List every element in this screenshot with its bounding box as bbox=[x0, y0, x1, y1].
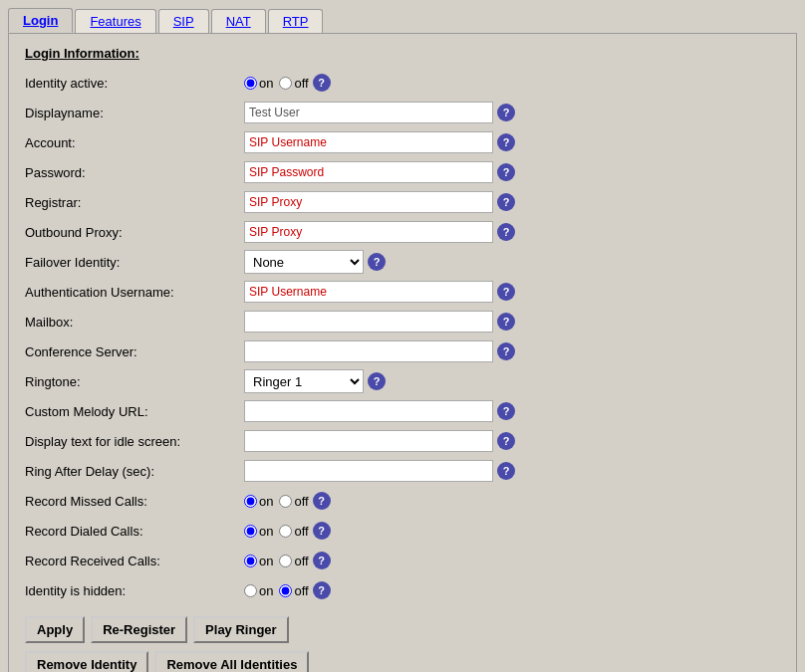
field-control: ? bbox=[244, 221, 780, 243]
radio-label-off[interactable]: off bbox=[279, 583, 308, 598]
apply-button[interactable]: Apply bbox=[25, 616, 85, 643]
text-input[interactable] bbox=[244, 161, 493, 183]
radio-label-off[interactable]: off bbox=[279, 494, 308, 509]
field-control: onoff? bbox=[244, 552, 780, 569]
field-label: Account: bbox=[25, 135, 244, 150]
radio-label-off[interactable]: off bbox=[279, 524, 308, 539]
radio-label-off[interactable]: off bbox=[279, 554, 308, 568]
field-control: Ringer 1Ringer 2Ringer 3? bbox=[244, 369, 780, 393]
radio-label-off[interactable]: off bbox=[279, 76, 308, 91]
help-icon[interactable]: ? bbox=[368, 253, 386, 271]
radio-label-on[interactable]: on bbox=[244, 554, 273, 568]
field-label: Displayname: bbox=[25, 106, 244, 120]
form-row: Failover Identity:None? bbox=[25, 250, 780, 274]
re-register-button[interactable]: Re-Register bbox=[91, 616, 187, 643]
form-row: Custom Melody URL:? bbox=[25, 399, 780, 423]
radio-input-on[interactable] bbox=[244, 495, 257, 508]
form-row: Identity active:onoff? bbox=[25, 71, 780, 95]
help-icon[interactable]: ? bbox=[497, 104, 515, 121]
radio-group: onoff bbox=[244, 554, 309, 568]
tab-rtp[interactable]: RTP bbox=[268, 9, 324, 33]
form-row: Account:? bbox=[25, 130, 780, 154]
remove-identity-button[interactable]: Remove Identity bbox=[25, 651, 148, 672]
text-input[interactable] bbox=[244, 221, 493, 243]
radio-group: onoff bbox=[244, 583, 309, 598]
help-icon[interactable]: ? bbox=[497, 223, 515, 241]
help-icon[interactable]: ? bbox=[313, 552, 331, 569]
field-control: None? bbox=[244, 250, 780, 274]
help-icon[interactable]: ? bbox=[313, 492, 331, 510]
radio-input-off[interactable] bbox=[279, 77, 292, 90]
help-icon[interactable]: ? bbox=[497, 432, 515, 450]
field-label: Ringtone: bbox=[25, 374, 244, 389]
field-control: onoff? bbox=[244, 522, 780, 540]
help-icon[interactable]: ? bbox=[368, 372, 386, 390]
radio-label-on[interactable]: on bbox=[244, 76, 273, 91]
field-label: Authentication Username: bbox=[25, 285, 244, 300]
field-label: Identity active: bbox=[25, 76, 244, 91]
field-control: ? bbox=[244, 281, 780, 303]
text-input[interactable] bbox=[244, 460, 493, 482]
text-input[interactable] bbox=[244, 131, 493, 153]
field-label: Record Missed Calls: bbox=[25, 494, 244, 509]
form-row: Ringtone:Ringer 1Ringer 2Ringer 3? bbox=[25, 369, 780, 393]
form-row: Authentication Username:? bbox=[25, 280, 780, 304]
field-label: Registrar: bbox=[25, 195, 244, 210]
radio-input-on[interactable] bbox=[244, 525, 257, 538]
help-icon[interactable]: ? bbox=[313, 522, 331, 540]
help-icon[interactable]: ? bbox=[497, 342, 515, 360]
help-icon[interactable]: ? bbox=[497, 283, 515, 301]
help-icon[interactable]: ? bbox=[497, 313, 515, 331]
tab-nat[interactable]: NAT bbox=[211, 9, 266, 33]
field-control: ? bbox=[244, 400, 780, 422]
text-input[interactable] bbox=[244, 430, 493, 452]
play-ringer-button[interactable]: Play Ringer bbox=[193, 616, 289, 643]
tab-sip[interactable]: SIP bbox=[158, 9, 209, 33]
text-input[interactable] bbox=[244, 400, 493, 422]
failover-select[interactable]: None bbox=[244, 250, 364, 274]
remove-all-identities-button[interactable]: Remove All Identities bbox=[154, 651, 309, 672]
field-control: ? bbox=[244, 460, 780, 482]
radio-input-on[interactable] bbox=[244, 555, 257, 567]
radio-group: onoff bbox=[244, 76, 309, 91]
field-control: ? bbox=[244, 340, 780, 362]
field-label: Display text for idle screen: bbox=[25, 434, 244, 449]
page-wrapper: LoginFeaturesSIPNATRTP Login Information… bbox=[0, 0, 805, 672]
field-label: Outbound Proxy: bbox=[25, 225, 244, 240]
radio-label-on[interactable]: on bbox=[244, 583, 273, 598]
radio-input-off[interactable] bbox=[279, 555, 292, 567]
radio-label-on[interactable]: on bbox=[244, 494, 273, 509]
radio-group: onoff bbox=[244, 494, 309, 509]
tab-bar: LoginFeaturesSIPNATRTP bbox=[8, 8, 797, 33]
form-row: Record Received Calls:onoff? bbox=[25, 549, 780, 572]
text-input[interactable] bbox=[244, 191, 493, 213]
help-icon[interactable]: ? bbox=[497, 193, 515, 211]
radio-input-off[interactable] bbox=[279, 495, 292, 508]
text-input[interactable] bbox=[244, 281, 493, 303]
section-title: Login Information: bbox=[25, 46, 780, 61]
field-label: Identity is hidden: bbox=[25, 583, 244, 598]
help-icon[interactable]: ? bbox=[497, 133, 515, 151]
help-icon[interactable]: ? bbox=[313, 74, 331, 92]
text-input[interactable] bbox=[244, 102, 493, 123]
radio-input-on[interactable] bbox=[244, 77, 257, 90]
tab-features[interactable]: Features bbox=[75, 9, 155, 33]
radio-input-off[interactable] bbox=[279, 525, 292, 538]
help-icon[interactable]: ? bbox=[497, 402, 515, 420]
field-control: ? bbox=[244, 131, 780, 153]
radio-group: onoff bbox=[244, 524, 309, 539]
help-icon[interactable]: ? bbox=[497, 462, 515, 480]
field-label: Mailbox: bbox=[25, 315, 244, 330]
text-input[interactable] bbox=[244, 311, 493, 333]
help-icon[interactable]: ? bbox=[313, 581, 331, 599]
radio-label-on[interactable]: on bbox=[244, 524, 273, 539]
form-row: Outbound Proxy:? bbox=[25, 220, 780, 244]
ringtone-select[interactable]: Ringer 1Ringer 2Ringer 3 bbox=[244, 369, 364, 393]
radio-input-on[interactable] bbox=[244, 584, 257, 597]
field-label: Record Dialed Calls: bbox=[25, 524, 244, 539]
tab-login[interactable]: Login bbox=[8, 8, 73, 33]
form-row: Mailbox:? bbox=[25, 310, 780, 334]
text-input[interactable] bbox=[244, 340, 493, 362]
radio-input-off[interactable] bbox=[279, 584, 292, 597]
help-icon[interactable]: ? bbox=[497, 163, 515, 181]
